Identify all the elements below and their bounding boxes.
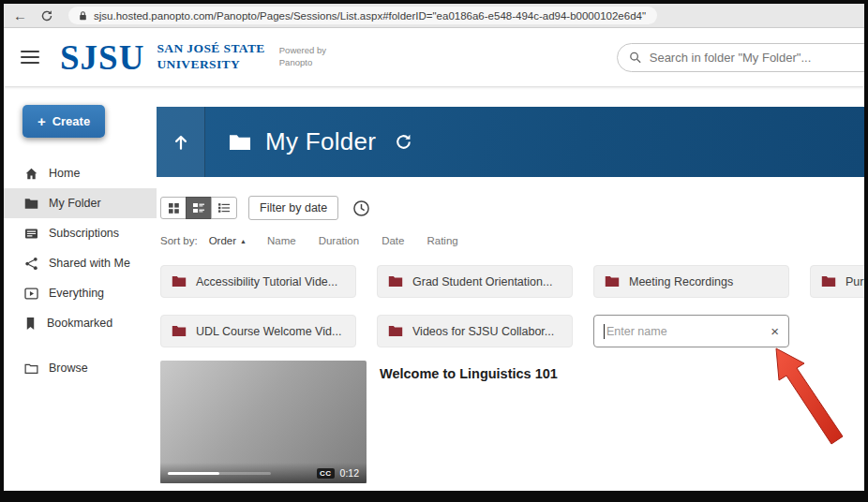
folder-search-box[interactable]: [617, 43, 864, 72]
video-progress-bar: [168, 472, 271, 475]
maroon-folder-icon: [821, 275, 836, 288]
maroon-folder-icon: [172, 275, 187, 288]
sidebar-item-shared-with-me[interactable]: Shared with Me: [4, 248, 157, 278]
folder-card-label: UDL Course Welcome Vid...: [196, 325, 341, 338]
everything-icon: [24, 288, 38, 300]
subscriptions-icon: [24, 228, 38, 240]
video-row: CC 0:12 Welcome to Linguistics 101: [160, 361, 864, 483]
sidebar-item-label: Home: [49, 167, 80, 180]
sort-option-date[interactable]: Date: [382, 235, 404, 246]
maroon-folder-icon: [388, 325, 403, 337]
sidebar-item-my-folder[interactable]: My Folder: [4, 188, 157, 218]
grid-view-button[interactable]: [160, 197, 187, 219]
up-to-parent-button[interactable]: [157, 107, 205, 177]
main-panel: My Folder: [157, 86, 864, 491]
search-input[interactable]: [650, 51, 864, 65]
powered-by-line2: Panopto: [279, 57, 326, 69]
refresh-folder-icon[interactable]: [395, 133, 412, 151]
university-line1: SAN JOSÉ STATE: [157, 41, 264, 57]
sidebar-item-browse[interactable]: Browse: [4, 353, 157, 383]
video-duration: 0:12: [340, 467, 359, 479]
view-toolbar: Filter by date: [160, 196, 864, 220]
list-view-button[interactable]: [211, 197, 237, 219]
clear-input-icon[interactable]: ×: [765, 324, 779, 338]
thumbnail-overlay: CC 0:12: [160, 463, 367, 483]
browser-window: ← sjsu.hosted.panopto.com/Panopto/Pages/…: [4, 4, 864, 491]
bookmark-icon: [24, 317, 37, 331]
sidebar-nav: Home My Folder Subscriptions: [4, 158, 157, 383]
folder-card-label: Videos for SJSU Collabor...: [412, 325, 554, 338]
folder-card-label: Purp: [846, 275, 864, 288]
sort-option-duration[interactable]: Duration: [319, 235, 359, 246]
sort-option-name[interactable]: Name: [267, 235, 296, 246]
video-progress-fill: [168, 472, 219, 475]
sidebar-item-bookmarked[interactable]: Bookmarked: [4, 308, 157, 338]
folder-cards-row-1: Accessibility Tutorial Vide... Grad Stud…: [160, 265, 864, 298]
sort-bar: Sort by: Order ▲ Name Duration Date Rati…: [160, 235, 864, 246]
sidebar-item-everything[interactable]: Everything: [4, 278, 157, 308]
home-icon: [24, 167, 38, 181]
sidebar: + Create Home My Folder: [4, 86, 157, 491]
folder-card[interactable]: UDL Course Welcome Vid...: [160, 315, 356, 347]
folder-icon: [24, 198, 38, 210]
app-header: SJSU SAN JOSÉ STATE UNIVERSITY Powered b…: [4, 28, 864, 86]
create-button-label: Create: [52, 114, 90, 128]
sidebar-item-home[interactable]: Home: [4, 158, 157, 188]
grid-view-icon: [168, 202, 180, 214]
sort-option-rating[interactable]: Rating: [427, 235, 457, 246]
powered-by-panopto: Powered by Panopto: [279, 45, 326, 69]
folder-content: Filter by date Sort by: Order ▲: [157, 196, 864, 483]
sidebar-item-label: Bookmarked: [47, 317, 112, 330]
maroon-folder-icon: [605, 275, 620, 288]
sidebar-item-label: Shared with Me: [49, 257, 130, 270]
new-folder-name-field[interactable]: ×: [593, 315, 789, 347]
filter-by-date-button[interactable]: Filter by date: [248, 196, 338, 220]
folder-title: My Folder: [265, 127, 376, 156]
arrow-up-icon: [172, 133, 190, 152]
screenshot-frame: ← sjsu.hosted.panopto.com/Panopto/Pages/…: [0, 0, 868, 502]
sidebar-item-subscriptions[interactable]: Subscriptions: [4, 218, 157, 248]
site-info-lock-icon[interactable]: [78, 10, 88, 22]
folder-header-content: My Folder: [205, 107, 412, 177]
folder-card-label: Accessibility Tutorial Vide...: [196, 275, 337, 288]
browser-refresh-icon[interactable]: [40, 9, 53, 22]
sort-by-label: Sort by:: [160, 235, 198, 246]
share-icon: [24, 257, 38, 271]
powered-by-line1: Powered by: [279, 45, 326, 57]
thumbnail-list-view-button[interactable]: [186, 197, 212, 219]
search-icon: [629, 51, 642, 65]
sidebar-item-label: My Folder: [49, 197, 101, 210]
closed-captions-badge: CC: [317, 468, 335, 479]
url-bar[interactable]: sjsu.hosted.panopto.com/Panopto/Pages/Se…: [68, 7, 657, 24]
sidebar-item-label: Everything: [49, 287, 104, 300]
browse-folder-icon: [24, 362, 38, 375]
video-title[interactable]: Welcome to Linguistics 101: [380, 366, 558, 381]
folder-card[interactable]: Purp: [810, 265, 864, 298]
clock-icon: [352, 199, 370, 217]
folder-card[interactable]: Accessibility Tutorial Vide...: [160, 265, 356, 298]
sort-ascending-icon: ▲: [240, 238, 247, 244]
hamburger-menu-icon[interactable]: [21, 51, 39, 64]
university-line2: UNIVERSITY: [157, 57, 264, 73]
thumbnail-list-view-icon: [192, 202, 205, 214]
folder-card[interactable]: Videos for SJSU Collabor...: [377, 315, 573, 347]
new-folder-name-input[interactable]: [606, 325, 765, 338]
text-caret: [604, 324, 605, 339]
folder-card[interactable]: Grad Student Orientation...: [377, 265, 573, 298]
scheduled-recordings-button[interactable]: [350, 197, 372, 219]
white-folder-icon: [228, 132, 252, 152]
university-wordmark: SAN JOSÉ STATE UNIVERSITY: [157, 41, 264, 73]
sjsu-logo[interactable]: SJSU: [60, 40, 144, 75]
folder-card-label: Grad Student Orientation...: [412, 275, 552, 288]
folder-card[interactable]: Meeting Recordings: [593, 265, 789, 298]
browser-back-icon[interactable]: ←: [13, 8, 27, 22]
sort-option-label: Order: [209, 235, 236, 246]
view-toggle-group: [160, 197, 237, 219]
folder-header-band: My Folder: [157, 107, 864, 177]
video-thumbnail[interactable]: CC 0:12: [160, 361, 367, 483]
plus-icon: +: [37, 114, 46, 128]
url-text: sjsu.hosted.panopto.com/Panopto/Pages/Se…: [94, 10, 646, 22]
folder-card-label: Meeting Recordings: [629, 275, 733, 288]
create-button[interactable]: + Create: [22, 105, 105, 138]
sort-option-order[interactable]: Order ▲: [209, 235, 247, 246]
